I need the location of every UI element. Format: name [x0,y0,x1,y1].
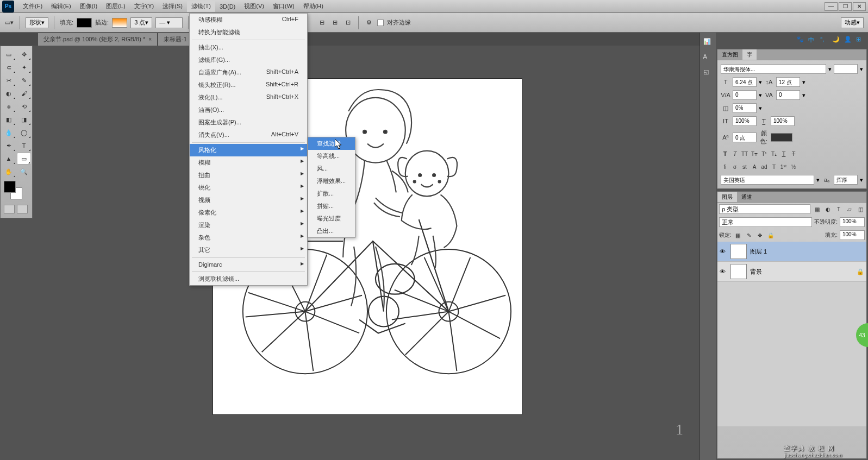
cube-icon[interactable]: ◱ [703,68,713,78]
tab-channels[interactable]: 通道 [737,192,757,202]
histogram-icon[interactable]: 📊 [703,38,713,48]
lang-select[interactable]: 美国英语 [721,175,814,185]
allcaps-button[interactable]: TT [740,149,749,158]
rect-tool-icon[interactable]: ▭▾ [4,18,14,28]
stamp-tool[interactable]: ⎈ [2,100,16,112]
lock-all-icon[interactable]: 🔒 [766,231,775,240]
stroke-width-select[interactable]: 3 点 ▾ [130,17,152,28]
ot-1st[interactable]: 1ˢᵗ [779,162,788,171]
crop-tool[interactable]: ✂ [2,74,16,86]
layer-name[interactable]: 图层 1 [750,248,767,256]
menu-file[interactable]: 文件(F) [18,1,47,12]
fill-input[interactable]: 100% [840,230,865,240]
eraser-tool[interactable]: ◧ [2,114,16,125]
layer-row[interactable]: 👁 图层 1 [717,242,866,262]
stroke-type-select[interactable]: — ▾ [155,17,183,28]
lock-trans-icon[interactable]: ▦ [734,231,742,240]
rectangle-tool[interactable]: ▭ [17,153,31,165]
filter-menu-item[interactable]: 动感模糊Ctrl+F [190,14,307,26]
healing-tool[interactable]: ◐ [2,87,16,99]
foreground-swatch[interactable] [4,181,16,193]
doc-tab-1[interactable]: 父亲节.psd @ 100% (矩形 2, RGB/8) *× [38,33,157,46]
layer-thumbnail[interactable] [730,244,747,259]
aa-select[interactable]: 浑厚 [834,175,858,185]
filter-menu-item[interactable]: 消失点(V)...Alt+Ctrl+V [190,129,307,141]
filter-menu-item[interactable]: 图案生成器(P)... [190,116,307,129]
filter-menu-item[interactable]: 扭曲 [190,169,307,181]
zoom-tool[interactable]: 🔍 [17,166,31,178]
baseline-input[interactable]: 0 点 [733,133,757,142]
filter-menu-item[interactable]: 自适应广角(A)...Shift+Ctrl+A [190,66,307,79]
blend-mode-select[interactable]: 正常 [719,217,812,227]
ot-sigma[interactable]: σ [730,162,739,171]
dodge-tool[interactable]: ◯ [17,127,31,138]
screenmode-button[interactable] [17,205,28,213]
gradient-tool[interactable]: ◨ [17,114,31,125]
character-icon[interactable]: A [703,53,713,63]
menu-select[interactable]: 选择(S) [158,1,187,12]
menu-image[interactable]: 图像(I) [76,1,102,12]
scale-input[interactable]: 0% [733,103,757,113]
dynamic-select[interactable]: 动感 ▾ [841,17,864,28]
menu-window[interactable]: 窗口(W) [268,1,299,12]
visibility-icon[interactable]: 👁 [720,248,727,255]
font-family-select[interactable]: 华康海报体... [721,64,826,74]
path-select-tool[interactable]: ▲ [2,153,16,165]
subscript-button[interactable]: T₁ [770,149,778,158]
filter-menu-item[interactable]: 油画(O)... [190,104,307,116]
bold-button[interactable]: T [721,149,729,158]
ot-st[interactable]: st [740,162,749,171]
close-button[interactable]: ✕ [853,2,866,11]
magic-wand-tool[interactable]: ✦ [17,61,31,73]
stylize-menu-item[interactable]: 风... [308,162,355,175]
doc-tab-2[interactable]: 未标题-1 [158,33,192,46]
text-color-swatch[interactable] [771,133,792,142]
ot-A[interactable]: A [750,162,759,171]
eyedropper-tool[interactable]: ✎ [17,74,31,86]
font-size-input[interactable]: 6.24 点 [733,77,757,87]
user-icon[interactable]: 👤 [844,36,853,45]
punct-icon[interactable]: °, [820,36,829,45]
underline-button[interactable]: T [779,149,788,158]
layer-name[interactable]: 背景 [750,268,762,276]
menu-view[interactable]: 视图(V) [240,1,268,12]
filter-menu-item[interactable]: 模糊 [190,156,307,169]
hscale-input[interactable]: 100% [771,116,795,126]
quickmask-button[interactable] [4,205,15,213]
leading-input[interactable]: 12 点 [776,77,800,87]
filter-menu-item[interactable]: 转换为智能滤镜 [190,26,307,39]
tab-layers[interactable]: 图层 [717,192,737,202]
layer-thumbnail[interactable] [730,264,747,279]
kerning-input[interactable]: 0 [733,90,757,100]
move-tool[interactable]: ✥ [17,48,31,60]
smallcaps-button[interactable]: Tᴛ [750,149,759,158]
path-align-icon[interactable]: ⊟ [317,18,327,28]
font-style-select[interactable] [834,64,858,74]
filter-shape-icon[interactable]: ▱ [845,205,854,213]
visibility-icon[interactable]: 👁 [720,268,727,275]
path-arrange-icon[interactable]: ⊞ [330,18,340,28]
kind-filter[interactable]: ρ 类型 [719,204,810,214]
blur-tool[interactable]: 💧 [2,127,16,138]
lock-pixel-icon[interactable]: ✎ [745,231,753,240]
history-brush-tool[interactable]: ⟲ [17,100,31,112]
align-edges-checkbox[interactable] [377,20,384,26]
hand-tool[interactable]: ✋ [2,166,16,178]
filter-menu-item[interactable]: 抽出(X)... [190,41,307,54]
marquee-tool[interactable]: ▭ [2,48,16,60]
italic-button[interactable]: T [730,149,739,158]
type-tool[interactable]: T [17,140,31,152]
brush-tool[interactable]: 🖌 [17,87,31,99]
maximize-button[interactable]: ❐ [839,2,852,11]
menu-layer[interactable]: 图层(L) [102,1,129,12]
tracking-input[interactable]: 0 [776,90,800,100]
fill-swatch[interactable] [77,18,92,28]
opacity-input[interactable]: 100% [840,217,865,227]
layer-row[interactable]: 👁 背景 🔒 [717,262,866,282]
filter-menu-item[interactable]: 像素化 [190,206,307,219]
menu-3d[interactable]: 3D(D) [215,2,240,11]
stroke-swatch[interactable] [112,18,127,28]
filter-pixel-icon[interactable]: ▦ [813,205,821,213]
shape-mode-select[interactable]: 形状 ▾ [26,17,48,28]
paw-icon[interactable]: 🐾 [796,36,805,45]
